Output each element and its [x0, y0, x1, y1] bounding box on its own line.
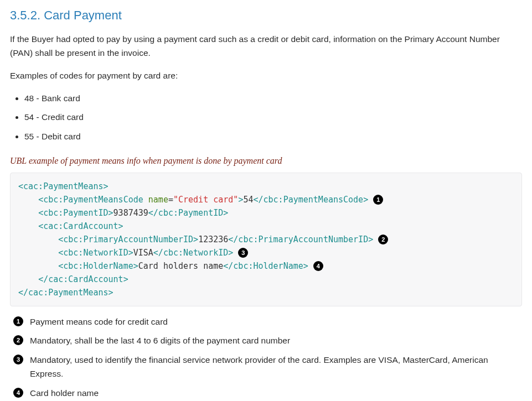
callout-text: Mandatory, shall be the last 4 to 6 digi… [30, 334, 522, 348]
callout-badge-3: 3 [238, 248, 248, 258]
callout-text: Card holder name [30, 387, 522, 400]
intro-paragraph: If the Buyer had opted to pay by using a… [10, 33, 522, 60]
xml-text: Card holders name [138, 261, 224, 271]
section-heading: 3.5.2. Card Payment [10, 6, 522, 25]
callout-item: 3 Mandatory, used to identify the financ… [13, 353, 522, 381]
xml-tag: </cbc:PaymentID> [148, 208, 229, 218]
callout-text: Payment means code for credit card [30, 315, 522, 329]
xml-text: 9387439 [113, 208, 148, 218]
examples-lead: Examples of codes for payment by card ar… [10, 69, 522, 83]
callout-item: 1 Payment means code for credit card [13, 315, 522, 329]
callout-badge-2: 2 [378, 235, 388, 244]
xml-tag: <cbc:PrimaryAccountNumberID> [58, 235, 198, 244]
xml-text: 123236 [198, 235, 228, 244]
callout-item: 4 Card holder name [13, 387, 522, 400]
callout-number-icon: 3 [13, 355, 23, 364]
list-item: 55 - Debit card [24, 130, 522, 144]
xml-tag: </cac:CardAccount> [38, 274, 128, 284]
xml-tag: </cbc:HolderName> [223, 261, 308, 271]
xml-eq: = [168, 195, 173, 205]
xml-attr-value: "Credit card" [173, 195, 238, 205]
callout-number-icon: 1 [13, 316, 23, 326]
list-item: 48 - Bank card [24, 92, 522, 106]
callout-number-icon: 4 [13, 388, 23, 398]
xml-tag: <cac:CardAccount> [38, 221, 123, 231]
callout-item: 2 Mandatory, shall be the last 4 to 6 di… [13, 334, 522, 348]
code-examples-list: 48 - Bank card 54 - Credit card 55 - Deb… [10, 92, 522, 144]
xml-tag: </cbc:PrimaryAccountNumberID> [228, 235, 373, 244]
xml-tag: </cac:PaymentMeans> [18, 288, 113, 298]
xml-text: 54 [243, 195, 253, 205]
callout-text: Mandatory, used to identify the financia… [30, 353, 522, 381]
callout-list: 1 Payment means code for credit card 2 M… [13, 315, 522, 400]
xml-tag: </cbc:PaymentMeansCode> [253, 195, 368, 205]
callout-badge-4: 4 [313, 261, 323, 271]
list-item: 54 - Credit card [24, 111, 522, 124]
xml-tag: <cbc:PaymentID> [38, 208, 113, 218]
callout-number-icon: 2 [13, 335, 23, 345]
xml-text: VISA [133, 248, 153, 258]
xml-tag: <cbc:PaymentMeansCode [38, 195, 143, 205]
example-title: UBL example of payment means info when p… [10, 154, 522, 168]
xml-attr-name: name [143, 195, 168, 205]
callout-badge-1: 1 [373, 195, 383, 205]
xml-tag: </cbc:NetworkID> [153, 248, 234, 258]
xml-tag: <cbc:NetworkID> [58, 248, 133, 258]
xml-tag: <cbc:HolderName> [58, 261, 138, 271]
xml-tag: <cac:PaymentMeans> [18, 181, 109, 191]
code-block: <cac:PaymentMeans> <cbc:PaymentMeansCode… [10, 173, 522, 306]
